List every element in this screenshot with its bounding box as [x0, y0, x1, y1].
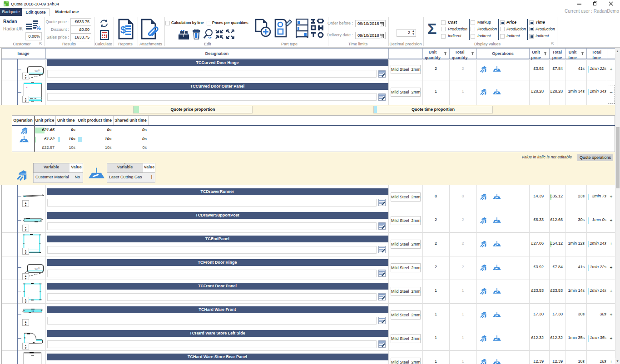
svg-text:$: $ — [120, 24, 126, 35]
svg-text:41: 41 — [31, 310, 34, 312]
svg-text:+: + — [26, 86, 28, 89]
